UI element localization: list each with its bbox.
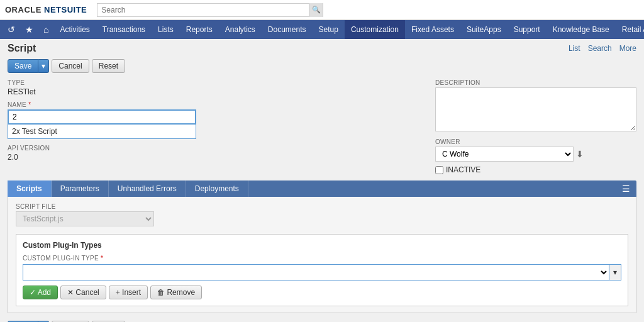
save-button[interactable]: Save xyxy=(8,59,38,73)
script-file-label: SCRIPT FILE xyxy=(16,203,154,210)
search-input[interactable] xyxy=(97,4,309,16)
nav-fixed-assets[interactable]: Fixed Assets xyxy=(405,20,460,39)
insert-button[interactable]: + Insert xyxy=(109,286,148,299)
add-button[interactable]: ✓ Add xyxy=(23,286,58,299)
nav-reports[interactable]: Reports xyxy=(180,20,219,39)
nav-bar: ↺ ★ ⌂ Activities Transactions Lists Repo… xyxy=(0,20,644,39)
oracle-text: ORACLE xyxy=(5,5,44,14)
nav-suiteapps[interactable]: SuiteApps xyxy=(460,20,508,39)
plugin-action-buttons: ✓ Add ✕ Cancel + Insert 🗑 Remove xyxy=(23,286,621,299)
list-action[interactable]: List xyxy=(569,44,580,53)
name-label: NAME * xyxy=(8,101,423,108)
owner-select-container: C Wolfe ⬇ xyxy=(435,147,636,162)
home-icon[interactable]: ⌂ xyxy=(38,25,53,35)
history-icon[interactable]: ↺ xyxy=(3,25,20,35)
save-dropdown-button[interactable]: ▾ xyxy=(38,59,49,73)
inactive-row: INACTIVE xyxy=(435,165,636,174)
form-left-col: TYPE RESTlet NAME * 2x Test Script API xyxy=(8,79,423,174)
script-file-select[interactable]: TestScript.js xyxy=(16,211,154,226)
cancel-plugin-button[interactable]: ✕ Cancel xyxy=(60,286,106,299)
form-main-row: TYPE RESTlet NAME * 2x Test Script API xyxy=(8,79,636,174)
nav-activities[interactable]: Activities xyxy=(53,20,96,39)
api-version-label: API VERSION xyxy=(8,145,423,152)
nav-customization[interactable]: Customization xyxy=(345,20,405,39)
tab-parameters[interactable]: Parameters xyxy=(52,180,109,197)
type-value: RESTlet xyxy=(8,87,423,96)
tab-content: SCRIPT FILE TestScript.js Custom Plug-In… xyxy=(8,197,636,313)
tab-scripts[interactable]: Scripts xyxy=(8,180,52,197)
plugin-select-arrow[interactable]: ▾ xyxy=(609,264,621,280)
top-toolbar: Save ▾ Cancel Reset xyxy=(0,57,644,75)
script-file-field: SCRIPT FILE TestScript.js xyxy=(16,203,154,226)
plugin-input-row: ▾ xyxy=(23,264,621,280)
bottom-toolbar: Save ▾ Cancel Reset xyxy=(0,317,644,322)
plugin-section-title: Custom Plug-In Types xyxy=(23,241,621,250)
oracle-netsuite-logo: ORACLE NETSUITE xyxy=(5,5,87,14)
plugin-type-label: CUSTOM PLUG-IN TYPE * xyxy=(23,255,621,262)
nav-support[interactable]: Support xyxy=(508,20,547,39)
type-label: TYPE xyxy=(8,79,423,86)
owner-field: OWNER C Wolfe ⬇ xyxy=(435,138,636,162)
owner-expand-icon[interactable]: ⬇ xyxy=(576,149,584,159)
description-field: DESCRIPTION xyxy=(435,79,636,133)
nav-retail-analytics[interactable]: Retail Analytics xyxy=(616,20,644,39)
script-file-row: SCRIPT FILE TestScript.js xyxy=(16,203,628,226)
name-suggestions-dropdown: 2x Test Script xyxy=(8,125,196,139)
content-area: TYPE RESTlet NAME * 2x Test Script API xyxy=(0,75,644,317)
reset-button[interactable]: Reset xyxy=(92,59,125,73)
remove-button[interactable]: 🗑 Remove xyxy=(150,286,202,299)
plugin-type-select[interactable] xyxy=(23,264,609,280)
more-action[interactable]: More xyxy=(619,44,636,53)
tab-grid-icon[interactable]: ☰ xyxy=(616,184,636,194)
netsuite-text: NETSUITE xyxy=(44,5,87,14)
plugin-required-indicator: * xyxy=(101,255,103,262)
save-button-group: Save ▾ xyxy=(8,59,49,73)
name-input[interactable] xyxy=(8,109,196,125)
owner-select[interactable]: C Wolfe xyxy=(435,147,574,162)
plugin-section: Custom Plug-In Types CUSTOM PLUG-IN TYPE… xyxy=(16,234,628,306)
owner-label: OWNER xyxy=(435,138,636,145)
nav-knowledge-base[interactable]: Knowledge Base xyxy=(547,20,616,39)
dropdown-arrow-icon: ▾ xyxy=(613,268,617,277)
search-container: 🔍 xyxy=(97,3,323,17)
name-field: NAME * 2x Test Script xyxy=(8,101,423,125)
api-version-field: API VERSION 2.0 xyxy=(8,145,423,162)
star-icon[interactable]: ★ xyxy=(20,25,38,35)
top-bar: ORACLE NETSUITE 🔍 xyxy=(0,0,644,20)
nav-analytics[interactable]: Analytics xyxy=(219,20,262,39)
tab-deployments[interactable]: Deployments xyxy=(186,180,248,197)
search-icon: 🔍 xyxy=(312,6,321,14)
nav-setup[interactable]: Setup xyxy=(313,20,345,39)
search-button[interactable]: 🔍 xyxy=(309,3,323,17)
page-header: Script List Search More xyxy=(0,39,644,57)
search-action[interactable]: Search xyxy=(588,44,612,53)
tabs-bar: Scripts Parameters Unhandled Errors Depl… xyxy=(8,180,636,197)
nav-documents[interactable]: Documents xyxy=(262,20,313,39)
page-actions: List Search More xyxy=(569,44,636,53)
cancel-button[interactable]: Cancel xyxy=(52,59,89,73)
description-textarea[interactable] xyxy=(435,87,636,131)
inactive-checkbox[interactable] xyxy=(435,166,443,174)
plugin-type-field: CUSTOM PLUG-IN TYPE * ▾ xyxy=(23,255,621,280)
description-label: DESCRIPTION xyxy=(435,79,636,86)
type-field: TYPE RESTlet xyxy=(8,79,423,96)
nav-transactions[interactable]: Transactions xyxy=(96,20,152,39)
name-suggestion-item[interactable]: 2x Test Script xyxy=(8,125,196,138)
name-input-container: 2x Test Script xyxy=(8,109,423,125)
nav-lists[interactable]: Lists xyxy=(152,20,180,39)
name-required-indicator: * xyxy=(28,101,31,108)
page-title: Script xyxy=(8,43,36,54)
tab-unhandled-errors[interactable]: Unhandled Errors xyxy=(109,180,186,197)
api-version-value: 2.0 xyxy=(8,153,423,162)
form-right-col: DESCRIPTION OWNER C Wolfe ⬇ INACTIVE xyxy=(435,79,636,174)
inactive-label: INACTIVE xyxy=(446,165,480,174)
